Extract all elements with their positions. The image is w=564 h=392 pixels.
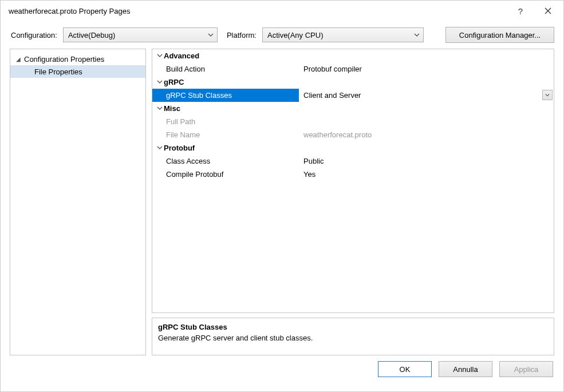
window-controls: ? (512, 4, 557, 18)
configuration-combo[interactable]: Active(Debug) (63, 27, 218, 42)
category-header[interactable]: gRPC (152, 76, 554, 89)
configuration-label: Configuration: (11, 31, 57, 39)
property-name: Build Action (152, 62, 299, 76)
property-value[interactable]: Client and Server (299, 89, 554, 102)
platform-label: Platform: (227, 31, 257, 39)
property-row[interactable]: Full Path (152, 115, 554, 128)
description-panel: gRPC Stub Classes Generate gRPC server a… (152, 318, 554, 355)
property-name: Compile Protobuf (152, 168, 299, 181)
configuration-bar: Configuration: Active(Debug) Platform: A… (1, 21, 563, 49)
main-area: ◢ Configuration Properties File Properti… (1, 49, 563, 355)
category-label: gRPC (164, 78, 184, 86)
category-header[interactable]: Protobuf (152, 141, 554, 155)
platform-value: Active(Any CPU) (267, 31, 324, 39)
configuration-manager-button[interactable]: Configuration Manager... (445, 27, 554, 43)
category-header[interactable]: Advanced (152, 49, 554, 62)
property-name: File Name (152, 128, 299, 141)
property-name: gRPC Stub Classes (152, 89, 299, 102)
chevron-down-icon (156, 79, 164, 85)
property-row[interactable]: gRPC Stub ClassesClient and Server (152, 89, 554, 102)
platform-combo[interactable]: Active(Any CPU) (262, 27, 424, 42)
category-tree[interactable]: ◢ Configuration Properties File Properti… (10, 49, 146, 355)
property-name: Full Path (152, 115, 299, 128)
property-value[interactable]: Public (299, 155, 554, 168)
ok-button[interactable]: OK (378, 361, 432, 377)
chevron-down-icon (414, 32, 420, 38)
chevron-down-icon (156, 145, 164, 151)
tree-root-label: Configuration Properties (24, 55, 104, 64)
tree-root-configuration-properties[interactable]: ◢ Configuration Properties (10, 53, 145, 65)
category-label: Protobuf (164, 144, 195, 152)
close-button[interactable] (539, 4, 557, 18)
category-label: Misc (164, 104, 180, 113)
description-title: gRPC Stub Classes (158, 323, 548, 331)
tree-expand-icon: ◢ (16, 56, 22, 62)
cancel-button[interactable]: Annulla (439, 361, 492, 377)
window-title: weatherforecat.proto Property Pages (9, 7, 130, 15)
chevron-down-icon (156, 105, 164, 111)
property-value[interactable]: Protobuf compiler (299, 62, 554, 76)
property-row[interactable]: File Nameweatherforecat.proto (152, 128, 554, 141)
description-text: Generate gRPC server and client stub cla… (158, 334, 548, 342)
property-value: weatherforecat.proto (299, 128, 554, 141)
property-name: Class Access (152, 155, 299, 168)
property-dropdown-button[interactable] (542, 90, 553, 100)
title-bar: weatherforecat.proto Property Pages ? (1, 1, 563, 21)
property-row[interactable]: Compile ProtobufYes (152, 168, 554, 181)
property-value (299, 115, 554, 128)
chevron-down-icon (156, 53, 164, 58)
tree-item-file-properties[interactable]: File Properties (10, 65, 145, 78)
category-label: Advanced (164, 52, 199, 60)
property-value[interactable]: Yes (299, 168, 554, 181)
configuration-value: Active(Debug) (68, 31, 115, 39)
property-row[interactable]: Build ActionProtobuf compiler (152, 62, 554, 76)
property-grid[interactable]: AdvancedBuild ActionProtobuf compilergRP… (152, 49, 554, 313)
property-row[interactable]: Class AccessPublic (152, 155, 554, 168)
dialog-button-bar: OK Annulla Applica (1, 355, 563, 377)
right-column: AdvancedBuild ActionProtobuf compilergRP… (152, 49, 554, 355)
category-header[interactable]: Misc (152, 102, 554, 115)
help-button[interactable]: ? (512, 4, 529, 18)
chevron-down-icon (208, 32, 214, 38)
apply-button[interactable]: Applica (499, 361, 553, 377)
tree-child-label: File Properties (34, 68, 82, 76)
